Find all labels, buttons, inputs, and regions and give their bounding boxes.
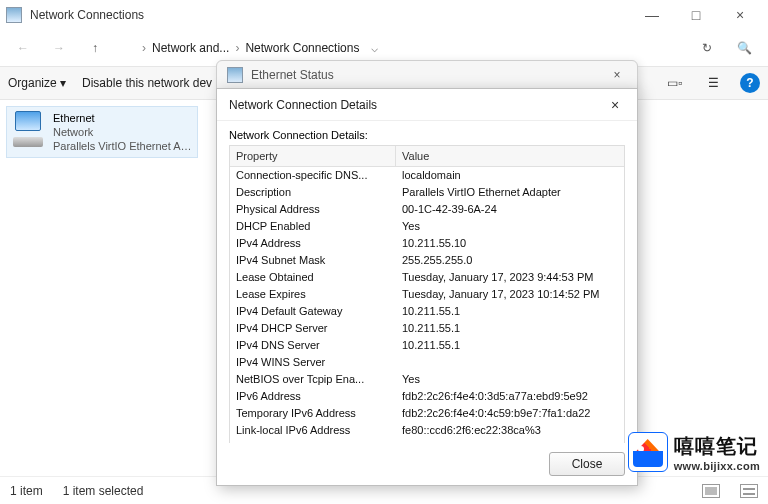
value-cell: fdb2:2c26:f4e4:0:4c59:b9e7:7fa1:da22 bbox=[396, 405, 624, 422]
value-cell: Tuesday, January 17, 2023 9:44:53 PM bbox=[396, 269, 624, 286]
dialog-title: Ethernet Status bbox=[251, 68, 607, 82]
dialog-title: Network Connection Details bbox=[229, 98, 605, 112]
value-cell: 10.211.55.1 bbox=[396, 337, 624, 354]
property-cell: Physical Address bbox=[230, 201, 396, 218]
app-icon bbox=[6, 7, 22, 23]
value-cell: Yes bbox=[396, 218, 624, 235]
details-table: Property Value Connection-specific DNS..… bbox=[229, 145, 625, 443]
value-cell: 10.211.55.1 bbox=[396, 303, 624, 320]
table-row[interactable]: IPv4 WINS Server bbox=[230, 354, 624, 371]
breadcrumb[interactable]: › Network and... › Network Connections ⌵ bbox=[118, 34, 684, 62]
value-cell: Yes bbox=[396, 371, 624, 388]
item-count: 1 item bbox=[10, 484, 43, 498]
forward-button[interactable]: → bbox=[46, 35, 72, 61]
property-cell: Temporary IPv6 Address bbox=[230, 405, 396, 422]
back-button[interactable]: ← bbox=[10, 35, 36, 61]
minimize-button[interactable]: — bbox=[630, 1, 674, 29]
table-row[interactable]: IPv4 DNS Server10.211.55.1 bbox=[230, 337, 624, 354]
property-cell: DHCP Enabled bbox=[230, 218, 396, 235]
close-button[interactable]: Close bbox=[549, 452, 625, 476]
property-cell: Lease Expires bbox=[230, 286, 396, 303]
value-cell: Parallels VirtIO Ethernet Adapter bbox=[396, 184, 624, 201]
view-thumbnails-icon[interactable] bbox=[702, 484, 720, 498]
value-cell: localdomain bbox=[396, 167, 624, 184]
value-cell: 255.255.255.0 bbox=[396, 252, 624, 269]
table-header: Property Value bbox=[230, 146, 624, 167]
table-row[interactable]: Physical Address00-1C-42-39-6A-24 bbox=[230, 201, 624, 218]
value-cell: 10.211.55.10 bbox=[396, 235, 624, 252]
breadcrumb-item[interactable]: Network and... bbox=[152, 41, 229, 55]
watermark-url: www.bijixx.com bbox=[674, 460, 760, 472]
breadcrumb-item[interactable]: Network Connections bbox=[245, 41, 359, 55]
organize-menu[interactable]: Organize ▾ bbox=[8, 76, 66, 90]
value-cell: fdb2:2c26:f4e4:0:3d5:a77a:ebd9:5e92 bbox=[396, 388, 624, 405]
table-row[interactable]: IPv6 Addressfdb2:2c26:f4e4:0:3d5:a77a:eb… bbox=[230, 388, 624, 405]
ethernet-adapter-icon bbox=[11, 111, 47, 147]
breadcrumb-icon bbox=[122, 41, 136, 55]
property-cell: IPv4 Subnet Mask bbox=[230, 252, 396, 269]
adapter-tile-ethernet[interactable]: Ethernet Network Parallels VirtIO Ethern… bbox=[6, 106, 198, 158]
ethernet-status-dialog[interactable]: Ethernet Status × bbox=[216, 60, 638, 90]
refresh-button[interactable]: ↻ bbox=[694, 35, 720, 61]
watermark: 嘻嘻笔记 www.bijixx.com bbox=[628, 432, 760, 472]
disable-device-button[interactable]: Disable this network dev bbox=[82, 76, 212, 90]
help-button[interactable]: ? bbox=[740, 73, 760, 93]
value-cell: 00-1C-42-39-6A-24 bbox=[396, 201, 624, 218]
section-label: Network Connection Details: bbox=[229, 129, 625, 141]
table-row[interactable]: NetBIOS over Tcpip Ena...Yes bbox=[230, 371, 624, 388]
property-cell: Description bbox=[230, 184, 396, 201]
table-row[interactable]: Temporary IPv6 Addressfdb2:2c26:f4e4:0:4… bbox=[230, 405, 624, 422]
adapter-device: Parallels VirtIO Ethernet Adapt bbox=[53, 139, 193, 153]
chevron-right-icon: › bbox=[142, 41, 146, 55]
adapter-name: Ethernet bbox=[53, 111, 193, 125]
dialog-header[interactable]: Network Connection Details × bbox=[217, 89, 637, 121]
property-cell: IPv4 Default Gateway bbox=[230, 303, 396, 320]
window-title: Network Connections bbox=[30, 8, 630, 22]
table-row[interactable]: Connection-specific DNS...localdomain bbox=[230, 167, 624, 184]
view-list-icon[interactable] bbox=[740, 484, 758, 498]
value-cell: fe80::ccd6:2f6:ec22:38ca%3 bbox=[396, 422, 624, 439]
property-cell: Connection-specific DNS... bbox=[230, 167, 396, 184]
table-row[interactable]: IPv4 Subnet Mask255.255.255.0 bbox=[230, 252, 624, 269]
view-large-icons-button[interactable]: ▭▫ bbox=[664, 72, 686, 94]
watermark-logo-icon bbox=[628, 432, 668, 472]
property-cell: IPv6 Address bbox=[230, 388, 396, 405]
column-property[interactable]: Property bbox=[230, 146, 396, 166]
close-icon[interactable]: × bbox=[607, 68, 627, 82]
close-icon[interactable]: × bbox=[605, 97, 625, 113]
property-cell: Link-local IPv6 Address bbox=[230, 422, 396, 439]
table-row[interactable]: IPv4 Address10.211.55.10 bbox=[230, 235, 624, 252]
selection-count: 1 item selected bbox=[63, 484, 144, 498]
chevron-right-icon: › bbox=[235, 41, 239, 55]
dialog-icon bbox=[227, 67, 243, 83]
table-row[interactable]: Lease ExpiresTuesday, January 17, 2023 1… bbox=[230, 286, 624, 303]
adapter-status: Network bbox=[53, 125, 193, 139]
property-cell: NetBIOS over Tcpip Ena... bbox=[230, 371, 396, 388]
value-cell: Tuesday, January 17, 2023 10:14:52 PM bbox=[396, 286, 624, 303]
table-row[interactable]: IPv4 Default Gateway10.211.55.1 bbox=[230, 303, 624, 320]
maximize-button[interactable]: □ bbox=[674, 1, 718, 29]
view-details-button[interactable]: ☰ bbox=[702, 72, 724, 94]
table-row[interactable]: Link-local IPv6 Addressfe80::ccd6:2f6:ec… bbox=[230, 422, 624, 439]
property-cell: Lease Obtained bbox=[230, 269, 396, 286]
table-row[interactable]: DescriptionParallels VirtIO Ethernet Ada… bbox=[230, 184, 624, 201]
table-row[interactable]: DHCP EnabledYes bbox=[230, 218, 624, 235]
up-button[interactable]: ↑ bbox=[82, 35, 108, 61]
property-cell: IPv4 DHCP Server bbox=[230, 320, 396, 337]
property-cell: IPv4 Address bbox=[230, 235, 396, 252]
table-row[interactable]: IPv4 DHCP Server10.211.55.1 bbox=[230, 320, 624, 337]
table-row[interactable]: Lease ObtainedTuesday, January 17, 2023 … bbox=[230, 269, 624, 286]
column-value[interactable]: Value bbox=[396, 146, 624, 166]
chevron-down-icon[interactable]: ⌵ bbox=[371, 41, 378, 55]
network-connection-details-dialog: Network Connection Details × Network Con… bbox=[216, 88, 638, 486]
value-cell: 10.211.55.1 bbox=[396, 320, 624, 337]
property-cell: IPv4 WINS Server bbox=[230, 354, 396, 371]
watermark-text: 嘻嘻笔记 bbox=[674, 433, 760, 460]
property-cell: IPv4 DNS Server bbox=[230, 337, 396, 354]
value-cell bbox=[396, 354, 624, 371]
close-button[interactable]: × bbox=[718, 1, 762, 29]
title-bar: Network Connections — □ × bbox=[0, 0, 768, 30]
search-button[interactable]: 🔍 bbox=[730, 34, 758, 62]
